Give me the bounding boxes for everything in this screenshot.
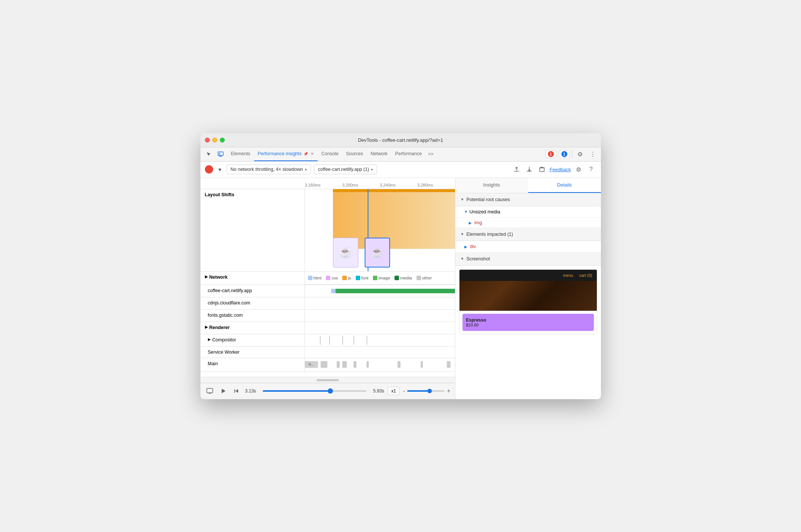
tab-strip: Elements Performance insights 📌 ✕ Consol… (227, 147, 544, 161)
compositor-content (305, 334, 455, 346)
feedback-button[interactable]: Feedback (549, 167, 571, 172)
other-dot (417, 276, 421, 280)
tick (342, 336, 343, 345)
upload-icon[interactable] (511, 164, 522, 175)
throttle-label: No network throttling, 4× slowdown (231, 167, 303, 172)
play-button[interactable] (218, 386, 228, 396)
throttle-dropdown[interactable]: No network throttling, 4× slowdown ▾ (227, 165, 311, 174)
coffee-icon-before: ☕ (339, 246, 352, 259)
dropdown-arrow-btn[interactable]: ▾ (216, 164, 224, 175)
compositor-row: ▶ Compositor (200, 334, 455, 347)
legend-font: font (356, 276, 368, 280)
timeline-slider[interactable] (263, 390, 367, 392)
tab-insights[interactable]: Insights (455, 178, 528, 193)
chat-badge[interactable]: 1 (559, 150, 570, 158)
media-dot (395, 276, 399, 280)
potential-root-causes-header[interactable]: ▼ Potential root causes (455, 193, 601, 206)
record-button[interactable] (205, 165, 213, 173)
settings-icon2[interactable]: ⚙ (573, 164, 584, 175)
speed-selector[interactable]: x1 (388, 387, 399, 395)
div-arrow: ▶ (464, 245, 467, 249)
tick (320, 336, 321, 345)
screenshot-preview: menu cart (0) Espresso $10.00 (459, 269, 597, 334)
skip-to-start-button[interactable] (232, 386, 241, 396)
right-panel: Insights Details ▼ Potential root causes… (455, 178, 601, 399)
tab-details[interactable]: Details (528, 178, 601, 193)
device-icon[interactable] (215, 149, 226, 159)
time-marker-3: 3,240ms (380, 183, 418, 189)
card-before: ☕ (333, 238, 358, 267)
coffee-beans-bg (459, 281, 597, 311)
download-icon[interactable] (524, 164, 534, 175)
scroll-handle[interactable] (317, 379, 339, 381)
time-marker-4: 3,280ms (417, 183, 455, 189)
network-label[interactable]: ▶ Network (200, 272, 305, 285)
more-options-icon[interactable]: ⋮ (587, 149, 598, 159)
time-marker-2: 3,200ms (342, 183, 380, 189)
prc-arrow: ▼ (461, 197, 464, 201)
site-1-label: coffee-cart.netlify.app (200, 285, 305, 297)
html-bar (331, 289, 336, 293)
zoom-out-icon[interactable]: - (403, 388, 405, 394)
main-bar-8 (447, 361, 451, 368)
svg-rect-4 (207, 388, 213, 393)
site-2-label: cdnjs.cloudflare.com (200, 297, 305, 309)
unsized-media-item: ▼ Unsized media (455, 206, 601, 218)
html-dot (308, 276, 312, 280)
tick (329, 336, 330, 345)
zoom-slider[interactable] (407, 390, 445, 392)
error-badge[interactable]: 1 (545, 150, 557, 158)
elements-impacted-header[interactable]: ▼ Elements impacted (1) (455, 228, 601, 241)
main-bar-6 (398, 361, 400, 368)
main-bar-2 (337, 361, 340, 368)
tab-performance[interactable]: Performance (392, 147, 426, 161)
tab-elements[interactable]: Elements (227, 147, 254, 161)
screenshot-icon[interactable] (205, 386, 215, 396)
minimize-button[interactable] (212, 138, 217, 143)
zoom-in-icon[interactable]: + (447, 388, 450, 394)
site-3-content (305, 310, 455, 322)
site-dropdown[interactable]: coffee-cart.netlify.app (1) ▾ (314, 165, 377, 174)
image-dot (373, 276, 377, 280)
settings-icon[interactable]: ⚙ (575, 149, 585, 159)
js-dot (342, 276, 347, 280)
screenshot-header[interactable]: ▼ Screenshot (455, 253, 601, 266)
maximize-button[interactable] (220, 138, 225, 143)
zoom-thumb[interactable] (427, 389, 432, 393)
toolbar-right: 1 1 ⚙ ⋮ (545, 149, 598, 159)
screenshot-nav: menu cart (0) (459, 270, 597, 281)
time-marker-1: 3,160ms (305, 183, 343, 189)
renderer-label[interactable]: ▶ Renderer (200, 322, 305, 334)
delete-icon[interactable] (537, 164, 547, 175)
timeline-header: 3,160ms 3,200ms 3,240ms 3,280ms (200, 178, 455, 189)
tab-performance-insights[interactable]: Performance insights 📌 ✕ (254, 147, 318, 161)
timeline-content[interactable]: Layout Shifts ☕ ☕ (200, 189, 455, 377)
renderer-arrow: ▶ (205, 325, 208, 329)
tab-close-icon[interactable]: ✕ (311, 151, 314, 156)
main-r-label: R... (305, 361, 318, 368)
help-icon[interactable]: ? (586, 164, 596, 175)
shift-bar-top (333, 189, 455, 192)
tick (367, 336, 367, 345)
tab-toolbar: Elements Performance insights 📌 ✕ Consol… (200, 147, 601, 162)
product-card: Espresso $10.00 (462, 314, 594, 331)
more-tabs-button[interactable]: >> (426, 149, 436, 159)
img-arrow: ▶ (469, 221, 472, 225)
legend-js: js (342, 276, 351, 280)
scroll-area (200, 377, 455, 383)
main-bar-7 (421, 361, 423, 368)
tab-console[interactable]: Console (318, 147, 342, 161)
network-site-row-1: coffee-cart.netlify.app (200, 285, 455, 297)
collapse-arrow: ▶ (205, 275, 208, 279)
close-button[interactable] (205, 138, 210, 143)
div-item: ▶ div (455, 241, 601, 253)
tab-sources[interactable]: Sources (342, 147, 367, 161)
cursor-icon[interactable] (203, 149, 214, 159)
slider-thumb[interactable] (328, 388, 333, 394)
main-bar-4 (353, 361, 356, 368)
screenshot-body: Espresso $10.00 (459, 311, 597, 334)
site-3-label: fonts.gstatic.com (200, 310, 305, 322)
main-row: Main R... (200, 358, 455, 372)
svg-rect-2 (219, 153, 221, 155)
tab-network[interactable]: Network (367, 147, 392, 161)
